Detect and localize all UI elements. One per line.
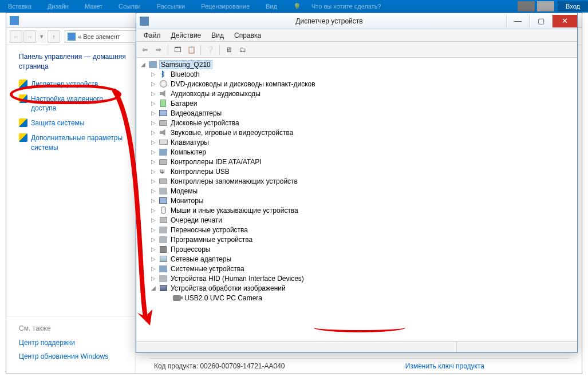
tree-category-node[interactable]: ▷Модемы [139,186,575,196]
expand-icon[interactable]: ▷ [150,256,157,262]
tree-category-node[interactable]: ▷Контроллеры запоминающих устройств [139,176,575,186]
expand-icon[interactable]: ▷ [150,110,157,116]
expand-icon[interactable]: ▷ [150,275,157,281]
toolbar-properties-button[interactable]: 📋 [185,43,198,56]
pc-icon [159,264,168,273]
menu-view[interactable]: Вид [206,30,229,41]
expand-icon[interactable]: ▷ [150,71,157,77]
tree-category-node[interactable]: ▷Переносные устройства [139,225,575,235]
kb-icon [159,138,168,147]
sidebar-link-protection[interactable]: Защита системы [19,118,129,128]
generic-icon [159,274,168,283]
expand-icon[interactable]: ▷ [150,139,157,145]
tree-category-node[interactable]: ▷Батареи [139,98,575,108]
ribbon-tab[interactable]: Дизайн [40,3,77,10]
change-product-key-link[interactable]: Изменить ключ продукта [405,362,484,370]
expand-icon[interactable]: ▷ [150,227,157,233]
maximize-button[interactable]: ▢ [529,15,552,27]
toolbar-fwd-button[interactable]: ⇨ [152,43,165,56]
sidebar-link-remote[interactable]: Настройка удаленного доступа [19,94,129,113]
tree-node-label: Процессоры [169,245,212,253]
tree-category-node[interactable]: ▷ᛒBluetooth [139,69,575,79]
tree-category-node[interactable]: ▷Программные устройства [139,235,575,244]
expand-icon[interactable]: ▷ [150,149,157,155]
tell-me-search[interactable]: Что вы хотите сделать? [311,3,389,10]
expand-icon[interactable]: ▷ [150,197,157,204]
menu-action[interactable]: Действие [166,30,207,41]
tree-node-label: Переносные устройства [169,226,249,234]
tree-category-node[interactable]: ▷Очереди печати [139,215,575,225]
expand-icon[interactable]: ◢ [150,285,157,291]
toolbar-show-hidden-button[interactable]: 🗂 [236,43,249,56]
sign-in-button[interactable]: Вход [558,1,588,11]
control-panel-icon [10,16,19,25]
tree-category-node[interactable]: ▷Видеоадаптеры [139,108,575,118]
device-manager-titlebar[interactable]: Диспетчер устройств — ▢ ✕ [136,13,577,29]
tree-category-node[interactable]: ▷Процессоры [139,244,575,254]
expand-icon[interactable]: ▷ [150,158,157,165]
tree-category-node[interactable]: ▷Мониторы [139,196,575,205]
tree-category-node[interactable]: ▷Сетевые адаптеры [139,254,575,264]
expand-icon[interactable]: ▷ [150,188,157,194]
minimize-button[interactable]: — [506,15,529,27]
breadcrumb-text: Все элемент [83,33,120,40]
toolbar-up-button[interactable]: 🗔 [171,43,184,56]
tree-category-node[interactable]: ▷Контроллеры USB [139,166,575,176]
expand-icon[interactable]: ▷ [150,207,157,213]
tree-category-node[interactable]: ▷Дисковые устройства [139,118,575,128]
tree-category-node[interactable]: ▷Устройства HID (Human Interface Devices… [139,273,575,283]
ribbon-tab[interactable]: Рассылки [149,3,193,10]
tree-device-node[interactable]: USB2.0 UVC PC Camera [139,293,575,303]
tree-category-node[interactable]: ▷Контроллеры IDE ATA/ATAPI [139,157,575,166]
tree-category-node[interactable]: ▷Звуковые, игровые и видеоустройства [139,128,575,137]
sidebar-link-device-manager[interactable]: Диспетчер устройств [19,80,129,89]
close-button[interactable]: ✕ [552,15,577,27]
device-tree[interactable]: ◢Samsung_Q210▷ᛒBluetooth▷DVD-дисководы и… [136,58,577,352]
expand-icon[interactable]: ▷ [150,236,157,243]
sidebar-heading[interactable]: Панель управления — домашняя страница [19,52,129,72]
nav-up-button[interactable]: ↑ [48,30,60,43]
tree-category-node[interactable]: ▷DVD-дисководы и дисководы компакт-диско… [139,79,575,89]
tree-root-node[interactable]: ◢Samsung_Q210 [139,59,575,69]
expand-icon[interactable]: ▷ [150,168,157,174]
menu-file[interactable]: Файл [139,30,166,41]
nav-fwd-button[interactable]: → [23,30,36,43]
expand-icon[interactable]: ▷ [150,90,157,97]
menu-help[interactable]: Справка [229,30,266,41]
ribbon-tab[interactable]: Вид [258,3,285,10]
expand-icon[interactable]: ▷ [150,120,157,126]
expand-icon[interactable]: ▷ [150,217,157,223]
expand-icon[interactable]: ▷ [150,100,157,106]
expand-icon[interactable]: ▷ [150,178,157,184]
toolbar-back-button[interactable]: ⇦ [139,43,151,56]
nav-back-button[interactable]: ← [10,30,22,43]
ribbon-tab[interactable]: Вставка [0,3,40,10]
sidebar-link-advanced[interactable]: Дополнительные параметры системы [19,133,129,152]
tree-node-label: Устройства обработки изображений [169,284,287,292]
tree-category-node[interactable]: ◢Устройства обработки изображений [139,283,575,293]
expand-icon[interactable]: ▷ [150,129,157,136]
tree-node-label: Мыши и иные указывающие устройства [169,207,299,215]
tree-category-node[interactable]: ▷Мыши и иные указывающие устройства [139,205,575,215]
tree-category-node[interactable]: ▷Компьютер [139,147,575,157]
sidebar-link-action-center[interactable]: Центр поддержки [19,338,129,347]
ribbon-collapse-button[interactable] [518,1,535,11]
collapse-icon[interactable]: ◢ [140,61,147,68]
toolbar-scan-button[interactable]: 🖥 [223,43,235,56]
tree-category-node[interactable]: ▷Аудиовходы и аудиовыходы [139,89,575,98]
tree-category-node[interactable]: ▷Системные устройства [139,264,575,273]
expand-icon[interactable]: ▷ [150,81,157,87]
ribbon-tab[interactable]: Рецензирование [193,3,258,10]
img-icon [159,284,168,293]
tree-category-node[interactable]: ▷Клавиатуры [139,137,575,147]
expand-icon[interactable]: ▷ [150,265,157,272]
ribbon-tab[interactable]: Ссылки [111,3,149,10]
ribbon-options-button[interactable] [537,1,554,11]
nav-history-button[interactable]: ▾ [37,30,46,43]
window-title: Диспетчер устройств [152,17,506,25]
ribbon-tab[interactable]: Макет [77,3,111,10]
tree-node-label: USB2.0 UVC PC Camera [183,294,263,302]
toolbar-help-button[interactable]: ❔ [204,43,216,56]
sidebar-link-windows-update[interactable]: Центр обновления Windows [19,352,129,361]
expand-icon[interactable]: ▷ [150,246,157,252]
